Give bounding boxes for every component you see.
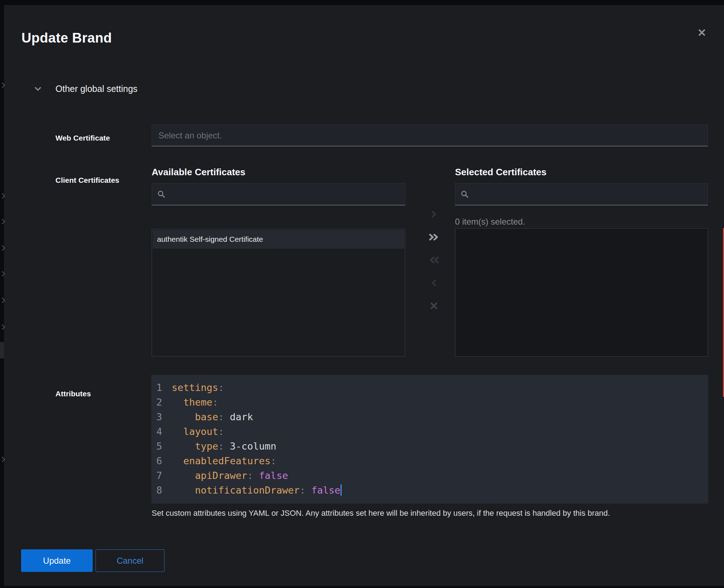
clear-selection-button[interactable]	[426, 298, 442, 314]
update-brand-modal-page: { "modal": { "title": "Update Brand", "c…	[0, 0, 724, 588]
attributes-help-text: Set custom attributes using YAML or JSON…	[152, 509, 710, 518]
code-line: 6 enabledFeatures:	[151, 454, 708, 468]
available-search-box	[152, 183, 405, 205]
clipped-sidebar-strip	[0, 5, 4, 586]
attributes-label: Attributes	[55, 389, 91, 398]
code-line: 8 notificationDrawer: false	[151, 483, 708, 498]
update-button[interactable]: Update	[21, 549, 93, 572]
text-cursor	[341, 484, 342, 496]
selected-certificates-header: Selected Certificates	[455, 167, 547, 178]
list-item-label: authentik Self-signed Certificate	[157, 235, 263, 244]
line-number: 1	[151, 380, 169, 395]
search-icon	[460, 190, 469, 199]
selected-certificates-listbox[interactable]	[455, 228, 708, 357]
web-certificate-label: Web Certificate	[55, 134, 110, 142]
search-icon	[157, 190, 166, 199]
code-line: 7 apiDrawer: false	[151, 468, 708, 483]
available-certificates-listbox[interactable]: authentik Self-signed Certificate	[152, 229, 405, 357]
line-number: 3	[151, 410, 169, 424]
line-number: 2	[151, 395, 169, 410]
add-all-button[interactable]	[426, 229, 442, 245]
angle-double-left-icon	[427, 255, 440, 265]
cancel-button[interactable]: Cancel	[96, 549, 165, 572]
line-number: 4	[151, 424, 169, 439]
section-label: Other global settings	[55, 84, 137, 94]
code-line: 4 layout:	[151, 424, 708, 439]
angle-double-right-icon	[427, 232, 440, 242]
selected-count-status: 0 item(s) selected.	[455, 217, 525, 227]
cross-icon	[429, 300, 439, 311]
code-line: 2 theme:	[151, 395, 708, 410]
sidebar-active-item-fragment	[0, 342, 4, 358]
dual-list-transfer-controls	[422, 206, 446, 314]
attributes-code-editor[interactable]: 1 settings: 2 theme: 3 base: dark 4 layo…	[151, 375, 708, 504]
update-brand-modal: Update Brand ✕ Other global settings Web…	[4, 5, 724, 586]
available-search-input[interactable]	[170, 189, 400, 199]
code-line: 3 base: dark	[151, 410, 708, 424]
selected-search-input[interactable]	[473, 189, 703, 199]
chevron-down-icon	[34, 84, 42, 93]
web-certificate-input[interactable]	[152, 124, 708, 146]
close-icon[interactable]: ✕	[694, 24, 710, 41]
client-certificates-label: Client Certificates	[55, 176, 119, 185]
add-selected-button[interactable]	[426, 206, 442, 222]
remove-selected-button[interactable]	[426, 275, 442, 291]
angle-left-icon	[429, 278, 439, 288]
line-number: 6	[151, 454, 169, 468]
code-line: 1 settings:	[151, 380, 708, 395]
line-number: 8	[151, 483, 169, 498]
selected-search-box	[455, 183, 708, 205]
remove-all-button[interactable]	[426, 252, 442, 268]
section-toggle-other-global-settings[interactable]: Other global settings	[34, 82, 137, 95]
list-item-authentik-self-signed-certificate[interactable]: authentik Self-signed Certificate	[153, 230, 404, 249]
line-number: 5	[151, 439, 169, 454]
modal-title: Update Brand	[21, 30, 112, 46]
line-number: 7	[151, 468, 169, 483]
code-line: 5 type: 3-column	[151, 439, 708, 454]
angle-right-icon	[429, 209, 439, 220]
available-certificates-header: Available Certificates	[152, 167, 245, 178]
